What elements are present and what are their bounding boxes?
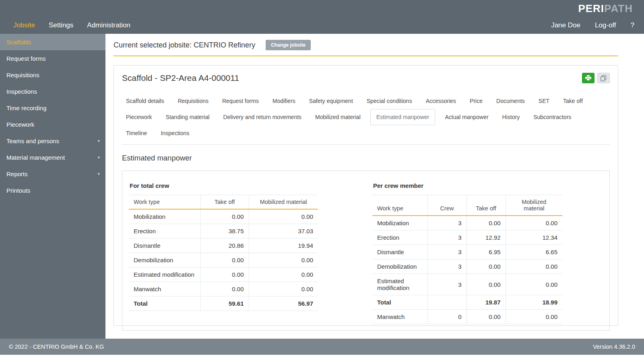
nav-item-administration[interactable]: Administration [80, 17, 137, 34]
nav-item-settings[interactable]: Settings [42, 17, 80, 34]
sidebar-item-label: Printouts [6, 187, 30, 194]
print-button[interactable] [582, 73, 594, 83]
tab-requisitions[interactable]: Requisitions [174, 93, 213, 109]
value-cell: 38.75 [200, 224, 249, 239]
help-icon[interactable]: ? [631, 21, 634, 29]
table-row-estimated-modification: Estimated modification0.000.00 [129, 267, 318, 282]
scaffold-card: Scaffold - SP2-Area A4-000011 [114, 65, 618, 326]
tab-piecework[interactable]: Piecework [122, 109, 156, 125]
value-cell: 0.00 [506, 274, 562, 295]
sidebar-item-reports[interactable]: Reports▾ [0, 166, 105, 182]
work-type-cell: Mobilization [129, 209, 200, 224]
table-row-manwatch: Manwatch00.000.00 [372, 310, 562, 324]
work-type-cell: Demobilization [129, 253, 200, 267]
value-cell: 0.00 [249, 253, 318, 267]
sidebar-item-piecework[interactable]: Piecework [0, 116, 105, 133]
scaffold-card-header: Scaffold - SP2-Area A4-000011 [122, 73, 610, 83]
value-cell: 3 [427, 216, 466, 230]
nav-item-jobsite[interactable]: Jobsite [6, 17, 42, 34]
manpower-tables: For total crew Work typeTake offMobilize… [122, 171, 610, 331]
sidebar-item-scaffolds[interactable]: Scaffolds [0, 34, 105, 50]
tab-estimated-manpower[interactable]: Estimated manpower [370, 109, 436, 125]
tab-scaffold-details[interactable]: Scaffold details [122, 93, 168, 109]
tab-actual-manpower[interactable]: Actual manpower [441, 109, 492, 125]
sidebar-item-label: Requisitions [6, 72, 39, 78]
value-cell: 3 [427, 259, 466, 274]
app-window: PERIPATH JobsiteSettingsAdministration J… [0, 0, 644, 355]
user-name[interactable]: Jane Doe [551, 21, 580, 29]
tab-strip: Scaffold detailsRequisitionsRequest form… [122, 93, 610, 145]
value-cell: 0.00 [466, 216, 506, 230]
tab-inspections[interactable]: Inspections [157, 125, 193, 141]
table-row-erection: Erection312.9212.34 [372, 230, 562, 245]
logoff-link[interactable]: Log-off [595, 21, 616, 29]
total-crew-title: For total crew [130, 182, 318, 189]
tab-history[interactable]: History [498, 109, 524, 125]
chevron-down-icon: ▾ [97, 138, 100, 144]
sidebar-item-request-forms[interactable]: Request forms [0, 50, 105, 67]
tab-delivery-and-return-movements[interactable]: Delivery and return movements [219, 109, 306, 125]
sidebar-item-time-recording[interactable]: Time recording [0, 100, 105, 116]
table-header-row: Work typeCrewTake offMobilized material [372, 195, 562, 216]
table-row-estimated-modification: Estimated modification30.000.00 [372, 274, 562, 295]
change-jobsite-button[interactable]: Change jobsite [266, 40, 311, 50]
value-cell: 0.00 [466, 274, 506, 295]
value-cell: 12.92 [466, 230, 506, 245]
total-crew-table: Work typeTake offMobilized material Mobi… [129, 195, 318, 311]
tab-special-conditions[interactable]: Special conditions [363, 93, 416, 109]
tab-price[interactable]: Price [466, 93, 487, 109]
table-row-dismantle: Dismantle20.8619.94 [129, 239, 318, 253]
value-cell: 0.00 [200, 253, 249, 267]
sidebar-menu: ScaffoldsRequest formsRequisitionsInspec… [0, 34, 105, 199]
work-type-cell: Estimated modification [372, 274, 427, 295]
column-header-mobilized-material: Mobilized material [506, 195, 562, 216]
tab-modifiers[interactable]: Modifiers [268, 93, 299, 109]
copy-button[interactable] [597, 73, 610, 83]
sidebar: ScaffoldsRequest formsRequisitionsInspec… [0, 34, 105, 339]
total-crew-block: For total crew Work typeTake offMobilize… [129, 182, 318, 330]
main-nav: JobsiteSettingsAdministration [6, 17, 137, 34]
work-type-cell: Demobilization [372, 259, 427, 274]
tab-request-forms[interactable]: Request forms [218, 93, 263, 109]
sidebar-item-inspections[interactable]: Inspections [0, 83, 105, 100]
copyright-text: © 2022 - CENTRIO GmbH & Co. KG [9, 343, 104, 350]
value-cell: 3 [427, 274, 466, 295]
column-header-work-type: Work type [129, 195, 200, 210]
per-crew-table: Work typeCrewTake offMobilized material … [372, 195, 562, 324]
value-cell: 12.34 [506, 230, 562, 245]
sidebar-item-printouts[interactable]: Printouts [0, 182, 105, 199]
table-row-demobilization: Demobilization0.000.00 [129, 253, 318, 267]
value-cell: 0.00 [200, 209, 249, 224]
content-area: Current selected jobsite: CENTRIO Refine… [105, 34, 644, 339]
value-cell: 0.00 [506, 259, 562, 274]
sidebar-item-label: Inspections [6, 88, 37, 95]
value-cell: 6.95 [466, 245, 506, 259]
table-row-dismantle: Dismantle36.956.65 [372, 245, 562, 259]
work-type-cell: Mobilization [372, 216, 427, 230]
brand-peri: PERI [578, 2, 604, 14]
tab-mobilized-material[interactable]: Mobilized material [311, 109, 365, 125]
section-title: Estimated manpower [122, 154, 610, 162]
sidebar-item-teams-and-persons[interactable]: Teams and persons▾ [0, 133, 105, 149]
tab-subcontractors[interactable]: Subcontractors [529, 109, 575, 125]
tab-timeline[interactable]: Timeline [122, 125, 151, 141]
tab-standing-material[interactable]: Standing material [162, 109, 214, 125]
tab-set[interactable]: SET [535, 93, 553, 109]
main-nav-bar: JobsiteSettingsAdministration Jane Doe L… [0, 17, 644, 34]
value-cell: 0.00 [249, 267, 318, 282]
value-cell: 0.00 [466, 310, 506, 324]
scaffold-actions [582, 73, 610, 83]
sidebar-item-label: Request forms [6, 55, 46, 62]
chevron-down-icon: ▾ [97, 171, 100, 177]
tab-safety-equipment[interactable]: Safety equipment [305, 93, 357, 109]
sidebar-item-requisitions[interactable]: Requisitions [0, 67, 105, 83]
tab-accessories[interactable]: Accessories [422, 93, 460, 109]
sidebar-item-material-management[interactable]: Material management▾ [0, 149, 105, 166]
table-row-demobilization: Demobilization30.000.00 [372, 259, 562, 274]
value-cell: 19.87 [466, 295, 506, 310]
table-row-mobilization: Mobilization30.000.00 [372, 216, 562, 230]
work-type-cell: Estimated modification [129, 267, 200, 282]
tab-documents[interactable]: Documents [492, 93, 529, 109]
table-header-row: Work typeTake offMobilized material [129, 195, 318, 210]
tab-take-off[interactable]: Take off [559, 93, 587, 109]
